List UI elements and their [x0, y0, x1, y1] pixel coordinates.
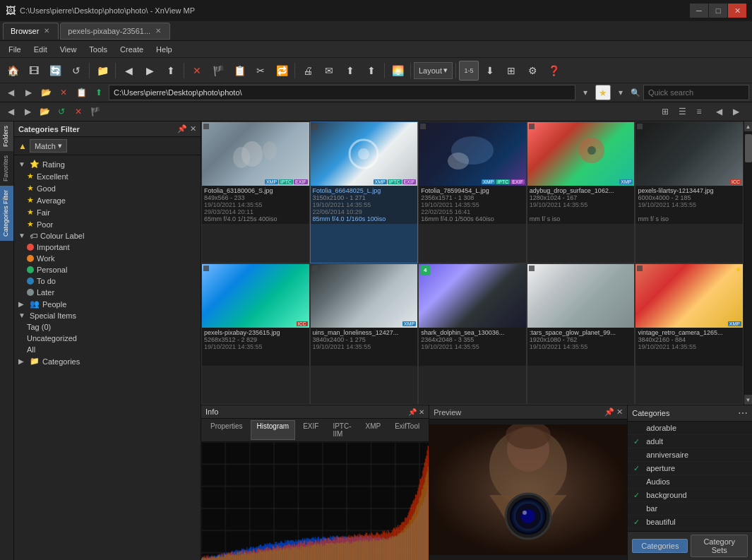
cat-more-icon[interactable]: ⋯ [738, 407, 748, 419]
work-tree-node[interactable]: Work [14, 253, 201, 264]
toolbar-numbering-button[interactable]: 1-5 [459, 61, 479, 81]
filter-tab[interactable]: Categories Filter [0, 186, 13, 241]
file-scrollbar[interactable]: ▲ ▼ [744, 121, 752, 405]
menu-edit[interactable]: Edit [28, 44, 53, 55]
special-items-tree-node[interactable]: ▼ Special Items [14, 310, 201, 321]
cat-item-audios[interactable]: ✓ Audios [628, 475, 752, 489]
addr-star-button[interactable]: ★ [595, 85, 611, 100]
personal-tree-node[interactable]: Personal [14, 264, 201, 275]
cat-item-background[interactable]: ✓ background [628, 489, 752, 502]
file-item[interactable]: XMP IPTC EXIF Fotolia_63180006_S.jpg 849… [201, 121, 310, 263]
nav-scroll-right-button[interactable]: ▶ [728, 104, 744, 119]
addr-copy-button[interactable]: 📋 [73, 85, 89, 100]
filter-close-icon[interactable]: ✕ [190, 124, 196, 133]
file-item-4[interactable]: XMP adybug_drop_surface_1062... 1280x102… [527, 121, 635, 263]
cat-item-bar[interactable]: ✓ bar [628, 502, 752, 516]
menu-help[interactable]: Help [150, 44, 178, 55]
addr-back-button[interactable]: ◀ [3, 85, 18, 100]
info-pin-icon[interactable]: 📌 [408, 408, 417, 416]
toolbar-filter-button[interactable]: ⊞ [501, 61, 521, 81]
nav-grid-button[interactable]: ⊞ [657, 104, 673, 119]
tab-close-image[interactable]: ✕ [154, 27, 162, 35]
close-button[interactable]: ✕ [728, 4, 746, 18]
toolbar-prev-button[interactable]: ◀ [119, 61, 138, 81]
tag0-tree-node[interactable]: Tag (0) [14, 321, 201, 333]
scroll-down-button[interactable]: ▼ [744, 395, 753, 405]
filter-pin-icon[interactable]: 📌 [177, 124, 187, 133]
nav-forward-button[interactable]: ▶ [20, 104, 35, 119]
toolbar-delete-button[interactable]: ✕ [187, 61, 207, 81]
folders-tab[interactable]: Folders [0, 121, 13, 151]
toolbar-filmstrip-button[interactable]: 🎞 [24, 61, 44, 81]
scroll-up-button[interactable]: ▲ [744, 121, 753, 131]
toolbar-flag-button[interactable]: 🏴 [208, 61, 228, 81]
match-button[interactable]: Match ▾ [30, 139, 67, 153]
info-close-icon[interactable]: ✕ [419, 408, 424, 416]
toolbar-refresh2-button[interactable]: ↺ [66, 61, 86, 81]
cat-item-adorable[interactable]: ✓ adorable [628, 422, 752, 435]
file-item-5[interactable]: ICC pexels-lilartsy-1213447.jpg 6000x400… [635, 121, 744, 263]
nav-filter-flag-button[interactable]: 🏴 [88, 104, 103, 119]
toolbar-print-button[interactable]: 🖨 [298, 61, 318, 81]
file-item-10[interactable]: ★ XMP vintage_retro_camera_1265... 3840x… [635, 263, 744, 405]
cat-item-anniversaire[interactable]: ✓ anniversaire [628, 448, 752, 462]
tab-browser[interactable]: Browser ✕ [3, 23, 59, 40]
categories-tree-node[interactable]: ▶ 📁 Categories [14, 355, 201, 367]
toolbar-folder-button[interactable]: 📁 [92, 61, 112, 81]
file-item-selected[interactable]: XMP IPTC EXIF Fotolia_66648025_L.jpg 315… [310, 121, 419, 263]
colour-label-tree-node[interactable]: ▼ 🏷 Colour Label [14, 230, 201, 242]
tab-close-browser[interactable]: ✕ [42, 27, 51, 35]
menu-tools[interactable]: Tools [83, 44, 113, 55]
toolbar-sort-button[interactable]: ⬇ [480, 61, 500, 81]
preview-close-icon[interactable]: ✕ [616, 407, 623, 417]
fair-tree-node[interactable]: ★ Fair [14, 206, 201, 218]
toolbar-upload-button[interactable]: ⬆ [362, 61, 381, 81]
toolbar-next-button[interactable]: ▶ [140, 61, 160, 81]
tab-xmp[interactable]: XMP [359, 420, 388, 440]
tab-properties[interactable]: Properties [204, 420, 249, 440]
nav-refresh-button[interactable]: ↺ [54, 104, 69, 119]
toolbar-settings-button[interactable]: ⚙ [523, 61, 542, 81]
toolbar-move-button[interactable]: ✂ [251, 61, 270, 81]
address-input[interactable] [109, 85, 575, 100]
excellent-tree-node[interactable]: ★ Excellent [14, 170, 201, 182]
toolbar-help-button[interactable]: ❓ [544, 61, 563, 81]
addr-delete-button[interactable]: ✕ [56, 85, 71, 100]
addr-up-button[interactable]: ⬆ [91, 85, 107, 100]
file-item-9[interactable]: :tars_space_glow_planet_99... 1920x1080 … [527, 263, 635, 405]
addr-star2-button[interactable]: ▾ [613, 85, 628, 100]
minimize-button[interactable]: ─ [690, 4, 708, 18]
tab-iptc[interactable]: IPTC-IIM [326, 420, 357, 440]
average-tree-node[interactable]: ★ Average [14, 194, 201, 206]
toolbar-refresh-button[interactable]: 🔄 [45, 61, 65, 81]
good-tree-node[interactable]: ★ Good [14, 182, 201, 194]
toolbar-copy-button[interactable]: 📋 [229, 61, 249, 81]
tab-image[interactable]: pexels-pixabay-23561... ✕ [60, 23, 170, 40]
categories-button[interactable]: Categories [632, 539, 688, 553]
toolbar-home-button[interactable]: 🏠 [3, 61, 23, 81]
poor-tree-node[interactable]: ★ Poor [14, 218, 201, 230]
menu-file[interactable]: File [3, 44, 27, 55]
menu-view[interactable]: View [54, 44, 83, 55]
toolbar-email-button[interactable]: ✉ [319, 61, 339, 81]
file-item-7[interactable]: XMP uins_man_loneliness_12427... 3840x24… [310, 263, 419, 405]
important-tree-node[interactable]: Important [14, 242, 201, 253]
toolbar-up-button[interactable]: ⬆ [161, 61, 181, 81]
all-tree-node[interactable]: All [14, 344, 201, 355]
nav-folder-button[interactable]: 📂 [37, 104, 52, 119]
nav-detail-button[interactable]: ≡ [691, 104, 707, 119]
file-item-6[interactable]: ICC pexels-pixabay-235615.jpg 5268x3512 … [201, 263, 310, 405]
maximize-button[interactable]: □ [709, 4, 727, 18]
nav-cancel-button[interactable]: ✕ [71, 104, 86, 119]
todo-tree-node[interactable]: To do [14, 275, 201, 287]
scroll-thumb[interactable] [745, 134, 752, 162]
preview-pin-icon[interactable]: 📌 [604, 407, 614, 417]
rating-tree-node[interactable]: ▼ ⭐ Rating [14, 158, 201, 170]
addr-folder-new-button[interactable]: 📂 [38, 85, 54, 100]
addr-forward-button[interactable]: ▶ [20, 85, 36, 100]
later-tree-node[interactable]: Later [14, 287, 201, 298]
favorites-tab[interactable]: Favorites [0, 151, 13, 186]
tab-exif[interactable]: EXIF [297, 420, 325, 440]
toolbar-export-button[interactable]: ⬆ [340, 61, 360, 81]
layout-dropdown[interactable]: Layout ▾ [414, 62, 453, 79]
